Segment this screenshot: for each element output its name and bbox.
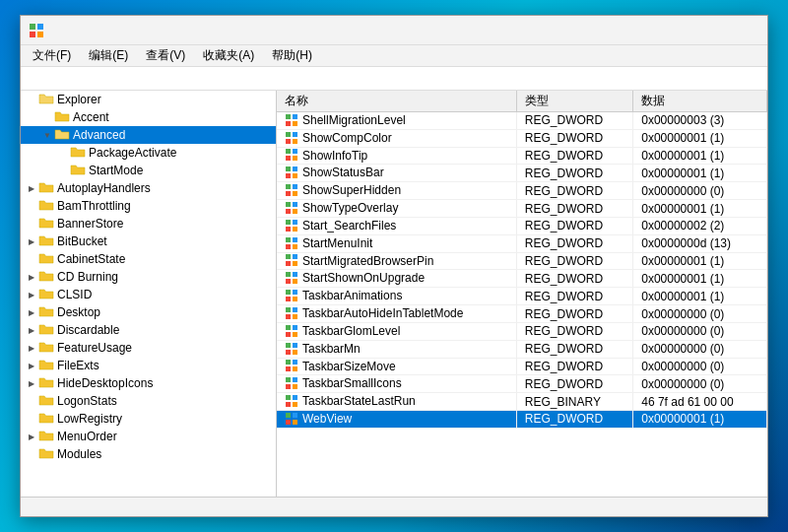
right-pane[interactable]: 名称 类型 数据 ShellMigrationLevelREG_DWORD0x0…	[277, 91, 767, 497]
table-row[interactable]: TaskbarAutoHideInTabletModeREG_DWORD0x00…	[277, 305, 767, 323]
folder-icon	[38, 268, 54, 287]
content-area: Explorer Accent▼ Advanced PackageActivat…	[21, 91, 767, 497]
tree-label: CLSID	[57, 288, 92, 301]
svg-rect-13	[293, 149, 297, 154]
svg-rect-10	[286, 139, 291, 144]
svg-rect-74	[286, 420, 291, 425]
table-row[interactable]: StartMigratedBrowserPinREG_DWORD0x000000…	[277, 252, 767, 270]
expand-arrow-icon: ▶	[25, 362, 38, 370]
tree-node-hidedesktopicons[interactable]: ▶ HideDesktopIcons	[21, 374, 276, 392]
tree-node-clsid[interactable]: ▶ CLSID	[21, 286, 276, 303]
expand-arrow-icon: ▶	[25, 237, 38, 246]
tree-node-lowregistry[interactable]: LowRegistry	[21, 410, 276, 428]
table-row[interactable]: TaskbarStateLastRunREG_BINARY46 7f ad 61…	[277, 393, 767, 411]
svg-rect-1	[37, 24, 43, 30]
tree-node-packageactivate[interactable]: PackageActivate	[21, 144, 276, 162]
svg-rect-9	[293, 132, 297, 137]
table-row[interactable]: TaskbarSizeMoveREG_DWORD0x00000000 (0)	[277, 358, 767, 375]
tree-node-discardable[interactable]: ▶ Discardable	[21, 321, 276, 339]
svg-rect-64	[286, 377, 291, 382]
cell-data: 0x00000001 (1)	[633, 165, 767, 182]
reg-icon	[285, 376, 298, 390]
tree-node-fileexts[interactable]: ▶ FileExts	[21, 357, 276, 374]
close-button[interactable]	[714, 16, 759, 45]
menu-item-v[interactable]: 查看(V)	[138, 45, 193, 66]
registry-editor-window: 文件(F)编辑(E)查看(V)收藏夹(A)帮助(H) Explorer Acce…	[20, 15, 768, 517]
folder-icon	[38, 321, 54, 340]
table-row[interactable]: TaskbarGlomLevelREG_DWORD0x00000000 (0)	[277, 322, 767, 340]
table-row[interactable]: StartShownOnUpgradeREG_DWORD0x00000001 (…	[277, 270, 767, 288]
table-row[interactable]: ShowSuperHiddenREG_DWORD0x00000000 (0)	[277, 182, 767, 200]
table-row[interactable]: ShowTypeOverlayREG_DWORD0x00000001 (1)	[277, 200, 767, 218]
table-row[interactable]: TaskbarSmallIconsREG_DWORD0x00000000 (0)	[277, 375, 767, 393]
tree-label: CabinetState	[57, 252, 125, 266]
cell-data: 0x00000000 (0)	[633, 322, 767, 340]
table-row[interactable]: ShowInfoTipREG_DWORD0x00000001 (1)	[277, 147, 767, 165]
svg-rect-43	[293, 279, 297, 284]
tree-node-startmode[interactable]: StartMode	[21, 162, 276, 179]
tree-node-modules[interactable]: Modules	[21, 445, 276, 463]
tree-node-cdburning[interactable]: ▶ CD Burning	[21, 268, 276, 286]
tree-node-menuorder[interactable]: ▶ MenuOrder	[21, 428, 276, 445]
cell-type: REG_DWORD	[516, 165, 632, 182]
svg-rect-40	[286, 272, 291, 277]
menu-item-e[interactable]: 编辑(E)	[81, 45, 136, 66]
menu-item-a[interactable]: 收藏夹(A)	[195, 45, 262, 66]
left-pane[interactable]: Explorer Accent▼ Advanced PackageActivat…	[21, 91, 277, 497]
svg-rect-50	[286, 314, 291, 319]
menu-item-f[interactable]: 文件(F)	[25, 45, 79, 66]
title-bar	[21, 16, 767, 45]
tree-node-cabinetstate[interactable]: CabinetState	[21, 250, 276, 268]
maximize-button[interactable]	[669, 16, 714, 45]
reg-icon	[285, 183, 298, 197]
table-row[interactable]: TaskbarMnREG_DWORD0x00000000 (0)	[277, 340, 767, 358]
address-bar	[21, 67, 767, 91]
tree-node-accent[interactable]: Accent	[21, 108, 276, 126]
tree-node-advanced[interactable]: ▼ Advanced	[21, 126, 276, 144]
svg-rect-54	[286, 332, 291, 337]
table-row[interactable]: ShellMigrationLevelREG_DWORD0x00000003 (…	[277, 112, 767, 130]
tree-label: BamThrottling	[57, 199, 131, 213]
window-controls	[624, 16, 759, 45]
svg-rect-29	[293, 220, 297, 225]
cell-data: 0x00000001 (1)	[633, 288, 767, 305]
tree-node-explorer[interactable]: Explorer	[21, 91, 276, 108]
reg-icon	[285, 148, 298, 162]
svg-rect-71	[293, 402, 297, 407]
cell-type: REG_DWORD	[516, 322, 632, 340]
tree-node-bamthrottling[interactable]: BamThrottling	[21, 197, 276, 215]
svg-rect-57	[293, 343, 297, 348]
svg-rect-51	[293, 314, 297, 319]
tree-node-bannerstore[interactable]: BannerStore	[21, 215, 276, 233]
cell-type: REG_DWORD	[516, 305, 632, 323]
table-row[interactable]: WebViewREG_DWORD0x00000001 (1)	[277, 411, 767, 429]
cell-name: TaskbarStateLastRun	[277, 393, 516, 411]
folder-icon	[38, 410, 54, 429]
svg-rect-37	[293, 254, 297, 259]
tree-label: Desktop	[57, 305, 100, 319]
table-row[interactable]: StartMenuInitREG_DWORD0x0000000d (13)	[277, 234, 767, 252]
cell-type: REG_DWORD	[516, 200, 632, 218]
tree-node-desktop[interactable]: ▶ Desktop	[21, 303, 276, 321]
svg-rect-33	[293, 237, 297, 242]
svg-rect-39	[293, 261, 297, 266]
tree-node-bitbucket[interactable]: ▶ BitBucket	[21, 233, 276, 250]
svg-rect-70	[286, 402, 291, 407]
menu-item-h[interactable]: 帮助(H)	[264, 45, 320, 66]
tree-node-logonstats[interactable]: LogonStats	[21, 392, 276, 410]
cell-type: REG_DWORD	[516, 112, 632, 130]
table-row[interactable]: TaskbarAnimationsREG_DWORD0x00000001 (1)	[277, 288, 767, 305]
tree-node-featureusage[interactable]: ▶ FeatureUsage	[21, 339, 276, 357]
cell-name: ShowCompColor	[277, 129, 516, 147]
minimize-button[interactable]	[624, 16, 669, 45]
svg-rect-24	[286, 202, 291, 207]
tree-node-autoplayhandlers[interactable]: ▶ AutoplayHandlers	[21, 179, 276, 197]
table-row[interactable]: ShowCompColorREG_DWORD0x00000001 (1)	[277, 129, 767, 147]
reg-icon	[285, 236, 298, 250]
table-row[interactable]: Start_SearchFilesREG_DWORD0x00000002 (2)	[277, 217, 767, 234]
table-row[interactable]: ShowStatusBarREG_DWORD0x00000001 (1)	[277, 165, 767, 182]
folder-icon	[38, 250, 54, 269]
cell-type: REG_DWORD	[516, 411, 632, 429]
svg-rect-22	[286, 191, 291, 196]
folder-icon	[70, 162, 86, 180]
